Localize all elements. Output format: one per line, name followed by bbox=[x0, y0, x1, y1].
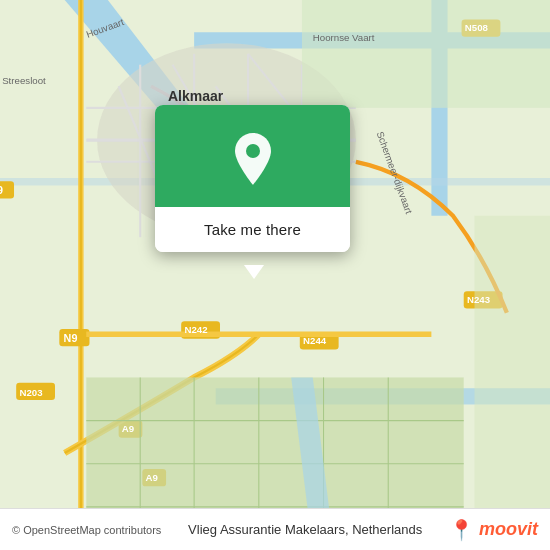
svg-rect-23 bbox=[302, 0, 550, 108]
svg-text:N242: N242 bbox=[184, 324, 207, 335]
svg-text:A9: A9 bbox=[122, 423, 135, 434]
bottom-bar: © OpenStreetMap contributors Vlieg Assur… bbox=[0, 508, 550, 550]
location-pin-icon bbox=[231, 133, 275, 185]
country-name: Netherlands bbox=[352, 522, 422, 537]
popup-tail bbox=[244, 265, 264, 279]
svg-text:N508: N508 bbox=[465, 22, 489, 33]
location-label: Vlieg Assurantie Makelaars, Netherlands bbox=[188, 522, 422, 537]
svg-text:N9: N9 bbox=[64, 332, 78, 344]
map-container: N9 N9 N203 A9 A9 N242 N244 N508 N243 Hou… bbox=[0, 0, 550, 550]
moovit-logo: 📍 moovit bbox=[449, 518, 538, 542]
svg-rect-22 bbox=[475, 216, 550, 550]
map-background: N9 N9 N203 A9 A9 N242 N244 N508 N243 Hou… bbox=[0, 0, 550, 550]
svg-text:A9: A9 bbox=[146, 472, 159, 483]
moovit-brand-text: moovit bbox=[479, 519, 538, 540]
location-name: Vlieg Assurantie Makelaars bbox=[188, 522, 345, 537]
svg-text:N203: N203 bbox=[19, 387, 43, 398]
take-me-there-button[interactable]: Take me there bbox=[155, 207, 350, 252]
svg-text:Streesloot: Streesloot bbox=[2, 75, 46, 86]
popup-icon-area bbox=[155, 105, 350, 207]
moovit-pin-icon: 📍 bbox=[449, 518, 474, 542]
svg-point-37 bbox=[246, 144, 260, 158]
osm-attribution: © OpenStreetMap contributors bbox=[12, 524, 161, 536]
popup-card: Take me there bbox=[155, 105, 350, 252]
svg-text:N244: N244 bbox=[303, 335, 327, 346]
svg-text:N9: N9 bbox=[0, 184, 3, 196]
svg-text:Hoornse Vaart: Hoornse Vaart bbox=[313, 32, 375, 43]
svg-text:N243: N243 bbox=[467, 294, 491, 305]
